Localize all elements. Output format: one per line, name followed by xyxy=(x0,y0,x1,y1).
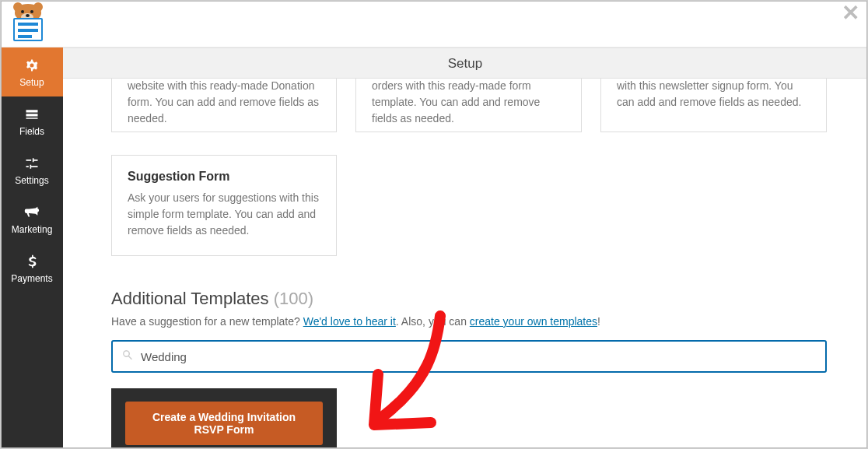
template-card-desc: with this newsletter signup form. You ca… xyxy=(617,79,810,110)
wpforms-logo xyxy=(5,4,52,44)
sidebar: Setup Fields Settings Marketing Payments xyxy=(1,47,63,448)
additional-subtext: Have a suggestion for a new template? We… xyxy=(111,315,600,328)
suggestion-link[interactable]: We'd love to hear it xyxy=(303,315,396,328)
template-card-newsletter[interactable]: with this newsletter signup form. You ca… xyxy=(600,79,827,132)
bullhorn-icon xyxy=(23,204,40,221)
template-card-desc: website with this ready-made Donation fo… xyxy=(128,79,320,127)
sidebar-item-label: Payments xyxy=(11,273,52,284)
sidebar-item-label: Setup xyxy=(19,77,44,88)
additional-templates-heading: Additional Templates (100) xyxy=(111,289,313,309)
search-icon xyxy=(121,348,135,365)
create-own-link[interactable]: create your own templates xyxy=(470,315,597,328)
gear-icon xyxy=(23,57,40,74)
sidebar-item-fields[interactable]: Fields xyxy=(1,96,63,146)
template-result-card: Create a Wedding Invitation RSVP Form xyxy=(111,388,337,448)
topbar: ✕ xyxy=(1,1,867,47)
template-card-order[interactable]: orders with this ready-made form templat… xyxy=(355,79,582,132)
content-area: website with this ready-made Donation fo… xyxy=(63,79,867,448)
fields-icon xyxy=(23,106,40,123)
sidebar-item-settings[interactable]: Settings xyxy=(1,146,63,195)
sidebar-item-label: Settings xyxy=(15,175,48,186)
sidebar-item-setup[interactable]: Setup xyxy=(1,47,63,96)
sidebar-item-payments[interactable]: Payments xyxy=(1,244,63,293)
template-card-desc: Ask your users for suggestions with this… xyxy=(128,190,320,239)
template-card-title: Suggestion Form xyxy=(128,170,320,184)
template-card-desc: orders with this ready-made form templat… xyxy=(372,79,565,127)
sidebar-item-marketing[interactable]: Marketing xyxy=(1,195,63,244)
dollar-icon xyxy=(23,253,40,270)
sidebar-item-label: Marketing xyxy=(12,224,53,235)
template-card-suggestion[interactable]: Suggestion Form Ask your users for sugge… xyxy=(111,155,337,256)
search-input[interactable] xyxy=(141,350,817,363)
create-template-button[interactable]: Create a Wedding Invitation RSVP Form xyxy=(125,402,323,445)
app-frame: ✕ Setup Setup Fields Settings Mar xyxy=(0,0,868,449)
close-icon[interactable]: ✕ xyxy=(842,2,859,24)
additional-count: (100) xyxy=(274,289,313,308)
template-card-donation[interactable]: website with this ready-made Donation fo… xyxy=(111,79,337,132)
page-title: Setup xyxy=(63,47,867,79)
sliders-icon xyxy=(23,155,40,172)
sidebar-item-label: Fields xyxy=(19,126,44,137)
template-search[interactable] xyxy=(111,340,827,373)
additional-heading-text: Additional Templates xyxy=(111,289,269,308)
